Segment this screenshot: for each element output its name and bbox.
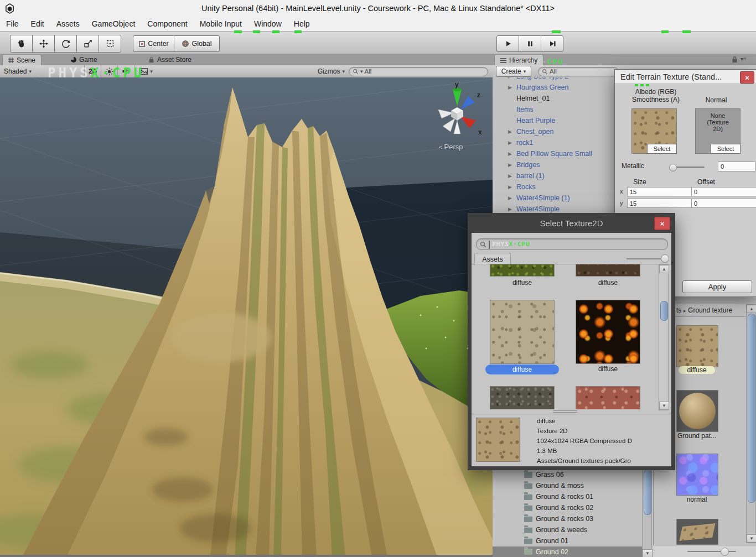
size-y-field[interactable]: 15 (627, 199, 693, 208)
file-thumbnail-material[interactable] (676, 390, 718, 432)
step-button[interactable] (541, 35, 563, 52)
space-toggle-button[interactable]: Global (174, 35, 220, 52)
size-x-field[interactable]: 15 (627, 187, 693, 196)
expand-arrow-icon[interactable]: ▶ (508, 195, 512, 201)
apply-button[interactable]: Apply (682, 280, 752, 293)
tab-hierarchy[interactable]: Hierarchy (494, 54, 543, 66)
scroll-up-button[interactable]: ▲ (659, 265, 669, 273)
gizmos-dropdown[interactable]: Gizmos ▾ (314, 67, 349, 75)
breadcrumb[interactable]: ts ▸ Ground texture (676, 306, 732, 314)
scene-search-input[interactable]: ▾ All (349, 67, 488, 76)
menu-gameobject[interactable]: GameObject (86, 17, 142, 31)
audio-toggle[interactable] (118, 67, 134, 75)
scroll-down-button[interactable]: ▼ (747, 534, 756, 543)
metallic-slider[interactable] (672, 166, 705, 168)
files-scrollbar[interactable]: ▲ ▼ (746, 304, 756, 543)
file-thumbnail-normal[interactable] (676, 454, 718, 496)
scroll-up-button[interactable]: ▲ (747, 305, 756, 313)
expand-arrow-icon[interactable]: ▶ (508, 151, 512, 157)
pause-button[interactable] (519, 35, 541, 52)
lighting-toggle[interactable] (101, 67, 117, 76)
preview-splitter-handle[interactable] (472, 409, 659, 414)
scene-viewport[interactable]: y z x < Persp (0, 77, 493, 557)
close-button[interactable]: × (740, 71, 754, 84)
expand-arrow-icon[interactable]: ▶ (508, 184, 512, 190)
assets-tab[interactable]: Assets (474, 253, 511, 265)
folder-row[interactable]: Ground & rocks 03 (493, 513, 642, 524)
texture-cell-selected[interactable] (490, 300, 555, 364)
expand-arrow-icon[interactable]: ▶ (508, 77, 512, 79)
2d-toggle[interactable]: 2D (85, 67, 101, 75)
scroll-down-button[interactable]: ▼ (643, 549, 653, 557)
slider-knob[interactable] (721, 548, 729, 556)
shading-mode-dropdown[interactable]: Shaded ▾ (0, 67, 35, 75)
menu-file[interactable]: File (0, 17, 25, 31)
file-thumbnail-partial[interactable] (676, 519, 718, 545)
texture-cell[interactable] (576, 264, 640, 277)
rotate-tool-button[interactable] (54, 35, 77, 53)
tab-asset-store[interactable]: Asset Store (143, 54, 197, 65)
hand-tool-button[interactable] (10, 35, 33, 53)
normal-select-button[interactable]: Select (711, 144, 741, 154)
scene-orientation-gizmo[interactable]: y z x (433, 82, 491, 140)
slider-knob[interactable] (661, 254, 669, 263)
menu-window[interactable]: Window (248, 17, 288, 31)
folder-scrollbar[interactable]: ▼ (642, 467, 652, 557)
folder-row[interactable]: Ground & rocks 02 (493, 502, 642, 513)
hierarchy-search-input[interactable]: All (538, 67, 619, 76)
dialog-title-bar[interactable]: Edit Terrain Texture (Stand... (615, 70, 756, 84)
expand-arrow-icon[interactable]: ▶ (508, 85, 512, 90)
lock-icon[interactable] (732, 56, 738, 63)
texture-cell-label[interactable]: diffuse (576, 365, 640, 373)
file-thumbnail-diffuse[interactable] (676, 325, 718, 367)
menu-edit[interactable]: Edit (25, 17, 50, 31)
folder-row-selected[interactable]: Ground 02 (493, 546, 642, 557)
offset-x-field[interactable]: 0 (691, 187, 756, 196)
offset-y-field[interactable]: 0 (691, 199, 756, 208)
metallic-slider-knob[interactable] (669, 164, 677, 171)
menu-help[interactable]: Help (288, 17, 316, 31)
rect-tool-button[interactable] (99, 35, 121, 53)
move-tool-button[interactable] (32, 35, 55, 53)
albedo-select-button[interactable]: Select (647, 144, 677, 154)
texture-cell[interactable] (490, 264, 555, 277)
metallic-value-field[interactable]: 0 (718, 162, 755, 171)
folder-row[interactable]: Ground & moss (493, 480, 642, 491)
texture-search-input[interactable]: | PHYSX·CPU (476, 238, 668, 250)
expand-arrow-icon[interactable]: ▶ (508, 206, 512, 212)
tab-game[interactable]: Game (65, 54, 103, 65)
projection-mode-label[interactable]: < Persp (439, 143, 463, 151)
scrollbar-thumb[interactable] (644, 470, 651, 515)
create-button[interactable]: Create ▾ (496, 66, 531, 77)
tab-scene[interactable]: Scene (2, 54, 42, 66)
scrollbar-thumb[interactable] (660, 301, 668, 321)
texture-cell[interactable] (576, 386, 640, 409)
panel-menu-icon[interactable]: ▾≡ (741, 56, 747, 62)
folder-row[interactable]: Ground 01 (493, 535, 642, 546)
expand-arrow-icon[interactable]: ▶ (508, 129, 512, 134)
folder-row[interactable]: Grass 06 (493, 469, 642, 480)
scrollbar-thumb[interactable] (748, 314, 755, 503)
folder-row[interactable]: Ground & weeds (493, 524, 642, 535)
expand-arrow-icon[interactable]: ▶ (508, 173, 512, 179)
menu-mobile-input[interactable]: Mobile Input (194, 17, 248, 31)
texture-cell[interactable] (576, 300, 640, 364)
texture-cell[interactable] (490, 386, 555, 409)
scale-tool-button[interactable] (76, 35, 99, 53)
expand-arrow-icon[interactable]: ▶ (508, 162, 512, 168)
expand-arrow-icon[interactable]: ▶ (508, 140, 512, 145)
menu-assets[interactable]: Assets (50, 17, 86, 31)
file-label[interactable]: normal (664, 496, 730, 503)
play-button[interactable] (496, 35, 519, 52)
scroll-down-button[interactable]: ▼ (659, 402, 669, 410)
file-label[interactable]: diffuse (679, 366, 715, 374)
grid-scrollbar[interactable]: ▲ ▼ (659, 264, 669, 410)
close-button[interactable]: × (654, 217, 670, 230)
selected-texture-label[interactable]: diffuse (485, 365, 559, 374)
folder-row[interactable]: Ground & rocks 01 (493, 491, 642, 502)
menu-component[interactable]: Component (141, 17, 193, 31)
pivot-toggle-button[interactable]: Center (133, 35, 174, 52)
effects-dropdown[interactable]: ▾ (135, 68, 157, 75)
texture-cell-label[interactable]: diffuse (490, 279, 555, 287)
texture-cell-label[interactable]: diffuse (576, 279, 640, 287)
